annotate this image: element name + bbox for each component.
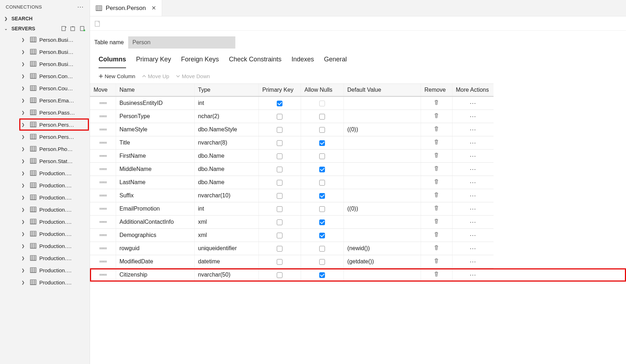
cell-default[interactable] xyxy=(344,150,421,163)
table-row[interactable]: ══LastNamedbo.Name⋯ xyxy=(90,176,626,189)
drag-handle-icon[interactable]: ══ xyxy=(99,179,106,185)
designer-tab[interactable]: Columns xyxy=(99,54,126,68)
more-icon[interactable]: ⋯ xyxy=(470,205,476,212)
nulls-checkbox[interactable] xyxy=(319,272,325,278)
more-icon[interactable]: ⋯ xyxy=(77,3,84,11)
move-up-button[interactable]: Move Up xyxy=(142,73,169,79)
cell-name[interactable]: AdditionalContactInfo xyxy=(116,216,194,229)
cell-default[interactable]: (newid()) xyxy=(344,242,421,255)
tree-item[interactable]: ❯Production.… xyxy=(0,203,90,216)
trash-icon[interactable] xyxy=(434,113,439,120)
cell-default[interactable] xyxy=(344,163,421,176)
trash-icon[interactable] xyxy=(434,179,439,186)
cell-type[interactable]: uniqueidentifier xyxy=(194,242,259,255)
tree-item[interactable]: ❯Production.… xyxy=(0,216,90,228)
cell-name[interactable]: EmailPromotion xyxy=(116,202,194,216)
table-row[interactable]: ══BusinessEntityIDint⋯ xyxy=(90,96,626,110)
designer-tab[interactable]: Check Constraints xyxy=(229,54,281,68)
new-group-icon[interactable] xyxy=(70,26,76,31)
cell-type[interactable]: int xyxy=(194,202,259,216)
cell-default[interactable] xyxy=(344,136,421,150)
cell-type[interactable]: nvarchar(8) xyxy=(194,136,259,150)
cell-name[interactable]: FirstName xyxy=(116,150,194,163)
cell-type[interactable]: dbo.Name xyxy=(194,163,259,176)
tree-item[interactable]: ❯Production.… xyxy=(0,264,90,276)
cell-name[interactable]: PersonType xyxy=(116,110,194,123)
table-row[interactable]: ══Suffixnvarchar(10)⋯ xyxy=(90,189,626,202)
table-row[interactable]: ══PersonTypenchar(2)⋯ xyxy=(90,110,626,123)
drag-handle-icon[interactable]: ══ xyxy=(99,272,106,278)
pk-checkbox[interactable] xyxy=(277,140,282,146)
more-icon[interactable]: ⋯ xyxy=(470,100,476,107)
tree-item[interactable]: ❯Production.… xyxy=(0,252,90,264)
search-row[interactable]: ❯ SEARCH xyxy=(0,14,90,24)
cell-name[interactable]: rowguid xyxy=(116,242,194,255)
more-icon[interactable]: ⋯ xyxy=(470,126,476,133)
cell-name[interactable]: Suffix xyxy=(116,189,194,202)
table-row[interactable]: ══NameStyledbo.NameStyle((0))⋯ xyxy=(90,123,626,136)
drag-handle-icon[interactable]: ══ xyxy=(99,206,106,212)
tree-item[interactable]: ❯Person.Stat… xyxy=(0,155,90,167)
tree-item[interactable]: ❯Person.Busi… xyxy=(0,58,90,70)
pk-checkbox[interactable] xyxy=(277,167,282,172)
cell-type[interactable]: int xyxy=(194,96,259,110)
designer-tab[interactable]: General xyxy=(324,54,347,68)
more-icon[interactable]: ⋯ xyxy=(470,232,476,239)
more-icon[interactable]: ⋯ xyxy=(470,245,476,252)
tree-item[interactable]: ❯Person.Busi… xyxy=(0,46,90,58)
more-icon[interactable]: ⋯ xyxy=(470,271,476,278)
script-icon[interactable] xyxy=(94,20,101,27)
nulls-checkbox[interactable] xyxy=(319,101,325,106)
table-row[interactable]: ══MiddleNamedbo.Name⋯ xyxy=(90,163,626,176)
cell-name[interactable]: Citizenship xyxy=(116,268,194,282)
designer-tab[interactable]: Foreign Keys xyxy=(181,54,219,68)
cell-name[interactable]: LastName xyxy=(116,176,194,189)
trash-icon[interactable] xyxy=(434,258,439,265)
pk-checkbox[interactable] xyxy=(277,180,282,186)
cell-type[interactable]: dbo.Name xyxy=(194,176,259,189)
table-row[interactable]: ══Titlenvarchar(8)⋯ xyxy=(90,136,626,150)
pk-checkbox[interactable] xyxy=(277,114,282,120)
trash-icon[interactable] xyxy=(434,192,439,199)
table-row[interactable]: ══Demographicsxml⋯ xyxy=(90,229,626,242)
trash-icon[interactable] xyxy=(434,218,439,226)
cell-default[interactable] xyxy=(344,216,421,229)
nulls-checkbox[interactable] xyxy=(319,259,325,265)
tree-item[interactable]: ❯Production.… xyxy=(0,179,90,191)
drag-handle-icon[interactable]: ══ xyxy=(99,166,106,172)
cell-name[interactable]: MiddleName xyxy=(116,163,194,176)
trash-icon[interactable] xyxy=(434,232,439,239)
nulls-checkbox[interactable] xyxy=(319,246,325,252)
table-row[interactable]: ══FirstNamedbo.Name⋯ xyxy=(90,150,626,163)
cell-name[interactable]: ModifiedDate xyxy=(116,255,194,268)
tree-item[interactable]: ❯Production.… xyxy=(0,167,90,179)
cell-type[interactable]: dbo.NameStyle xyxy=(194,123,259,136)
cell-default[interactable]: ((0)) xyxy=(344,202,421,216)
pk-checkbox[interactable] xyxy=(277,127,282,133)
nulls-checkbox[interactable] xyxy=(319,219,325,225)
tree-item[interactable]: ❯Person.Cou… xyxy=(0,82,90,94)
trash-icon[interactable] xyxy=(434,166,439,173)
tree-item[interactable]: ❯Person.Con… xyxy=(0,70,90,82)
cell-default[interactable] xyxy=(344,96,421,110)
cell-default[interactable] xyxy=(344,176,421,189)
cell-type[interactable]: xml xyxy=(194,216,259,229)
drag-handle-icon[interactable]: ══ xyxy=(99,192,106,198)
drag-handle-icon[interactable]: ══ xyxy=(99,258,106,264)
cell-name[interactable]: Title xyxy=(116,136,194,150)
more-icon[interactable]: ⋯ xyxy=(470,152,476,160)
pk-checkbox[interactable] xyxy=(277,219,282,225)
pk-checkbox[interactable] xyxy=(277,233,282,238)
move-down-button[interactable]: Move Down xyxy=(176,73,210,79)
cell-type[interactable]: nvarchar(10) xyxy=(194,189,259,202)
cell-default[interactable] xyxy=(344,110,421,123)
pk-checkbox[interactable] xyxy=(277,101,282,106)
cell-default[interactable]: ((0)) xyxy=(344,123,421,136)
cell-default[interactable]: (getdate()) xyxy=(344,255,421,268)
pk-checkbox[interactable] xyxy=(277,259,282,265)
nulls-checkbox[interactable] xyxy=(319,153,325,159)
trash-icon[interactable] xyxy=(434,271,439,278)
nulls-checkbox[interactable] xyxy=(319,193,325,199)
pk-checkbox[interactable] xyxy=(277,246,282,252)
cell-name[interactable]: Demographics xyxy=(116,229,194,242)
